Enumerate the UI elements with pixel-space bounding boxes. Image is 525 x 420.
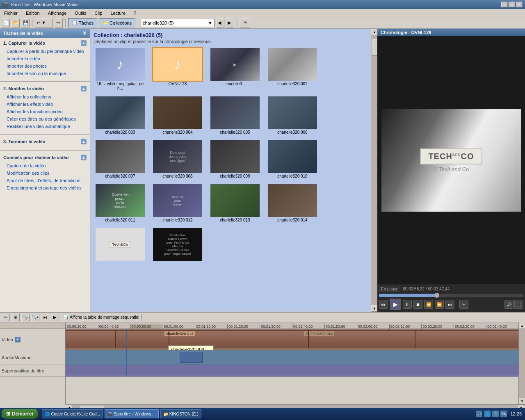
link-titles[interactable]: Créer des titres ou des génériques — [3, 115, 87, 123]
menu-affichage[interactable]: Affichage — [46, 10, 69, 16]
tl-btn-zoom-out[interactable]: 🔍- — [21, 314, 30, 321]
clip-item-17[interactable]: RéalisationDaniel Lorempour Tech & CoMer… — [151, 227, 204, 262]
taskbar-item-2[interactable]: 📁 KINGSTON (E:) — [160, 409, 201, 418]
scroll-down-button[interactable]: ▼ — [371, 305, 378, 312]
clip-item-10[interactable]: charlelie320 009 — [208, 139, 262, 179]
clip-item-5[interactable]: charlelie320 004 — [151, 96, 204, 135]
clip-thumb-14 — [210, 184, 260, 217]
next-frame-button[interactable]: ⏩ — [435, 300, 444, 309]
menu-fichier[interactable]: Fichier — [2, 10, 20, 16]
collection-dropdown[interactable]: charlelie320 (5) ▼ — [141, 19, 215, 27]
taskbar-sep-1 — [40, 410, 40, 418]
progress-thumb[interactable] — [434, 293, 439, 298]
timeline-vscrollbar[interactable]: ▲ ▼ — [518, 322, 525, 404]
menu-clip[interactable]: Clip — [92, 10, 105, 16]
clip-item-2[interactable]: ▶ charlelie3... — [208, 47, 262, 91]
preview-logo-overlay: TECHandCO © Tech and Co — [420, 148, 482, 172]
stop-button[interactable]: ⏹ — [413, 300, 422, 309]
collection-scrollbar[interactable]: ▲ ▼ — [371, 29, 377, 312]
minimize-button[interactable]: ─ — [501, 2, 508, 7]
prev-collection-button[interactable]: ◀ — [216, 18, 224, 27]
clip-item-16[interactable]: Tech&Co — [94, 227, 147, 262]
clip-item-1[interactable]: ♪ OVNI-128 — [151, 47, 204, 91]
tip-titles[interactable]: Ajout de titres, d'effets, de transition… — [3, 177, 87, 184]
clip-thumb-7 — [268, 96, 317, 129]
go-end-button[interactable]: ⏭ — [445, 300, 454, 309]
tl-btn-scissors[interactable]: ✂ — [2, 314, 10, 321]
preview-progress-bar[interactable] — [379, 294, 523, 297]
fullscreen-button[interactable]: ⛶ — [514, 300, 523, 309]
section-4-toggle[interactable]: ▲ — [81, 155, 87, 160]
section-4-header: Conseils pour réaliser la vidéo ▲ — [3, 155, 87, 160]
close-button[interactable]: ✕ — [516, 2, 523, 7]
scroll-thumb[interactable] — [372, 39, 377, 56]
menu-edition[interactable]: Édition — [23, 10, 42, 16]
timeline-view-toggle[interactable]: 📊 Affiche la table de montage séquentiel — [61, 314, 142, 321]
clip-item-3[interactable]: charlelie320 002 — [266, 47, 319, 91]
clip-name-7: charlelie320 006 — [277, 130, 307, 135]
video-add-button[interactable]: + — [15, 337, 21, 342]
clip-item-8[interactable]: charlelie320 007 — [94, 139, 147, 179]
clip-item-9[interactable]: Dois queldes creditsune ligne charlelie3… — [151, 139, 204, 179]
clip-item-7[interactable]: charlelie320 006 — [266, 96, 319, 135]
title-bar-buttons[interactable]: ─ □ ✕ — [501, 2, 523, 7]
taskbar-item-0[interactable]: 🌐 Codec Guide: K-Lite Cod... — [42, 409, 103, 418]
save-button[interactable]: 💾 — [21, 18, 30, 27]
tip-save[interactable]: Enregistrement et partage des vidéos — [3, 184, 87, 192]
tl-btn-play[interactable]: ▶ — [51, 314, 59, 321]
timeline-view-label: Affiche la table de montage séquentiel — [70, 315, 139, 320]
section-3-toggle[interactable]: ▲ — [81, 139, 87, 144]
view-options-button[interactable]: ☰ — [240, 18, 250, 27]
clip-item-12[interactable]: Quelle estpour...de laréussite charlelie… — [94, 183, 147, 223]
section-1-toggle[interactable]: ▲ — [81, 40, 87, 46]
clip-icon-2: ▶ — [233, 62, 237, 67]
clip-item-11[interactable]: charlelie320 010 — [266, 139, 319, 179]
go-start-button[interactable]: ⏮ — [379, 300, 388, 309]
menu-help[interactable]: ? — [131, 10, 139, 16]
tip-capture[interactable]: Capture de la vidéo — [3, 162, 87, 169]
split-button[interactable]: ✂ — [459, 300, 468, 309]
taskbar-item-1[interactable]: 🎬 Sans titre - Windows ... — [105, 409, 159, 418]
clip-item-14[interactable]: charlelie320 013 — [208, 183, 262, 223]
tip-clips[interactable]: Modification des clips — [3, 169, 87, 177]
mute-button[interactable]: 🔊 — [504, 300, 514, 309]
redo-button[interactable]: ↪ — [55, 18, 63, 27]
new-button[interactable]: 📄 — [2, 18, 10, 27]
clip-item-6[interactable]: charlelie320 005 — [208, 96, 262, 135]
pause-button[interactable]: ⏸ — [403, 300, 412, 309]
tl-scroll-down[interactable]: ▼ — [519, 398, 525, 404]
link-transitions[interactable]: Afficher les transitions vidéo — [3, 108, 87, 115]
tl-btn-prev[interactable]: ⏮ — [41, 314, 49, 321]
maximize-button[interactable]: □ — [509, 2, 515, 7]
open-button[interactable]: 📂 — [11, 18, 20, 27]
clip-item-15[interactable]: charlelie320 014 — [266, 183, 319, 223]
tl-btn-zoom-in[interactable]: 🔍+ — [31, 314, 39, 321]
menu-lecture[interactable]: Lecture — [108, 10, 128, 16]
clip-item-4[interactable]: charlelie320 003 — [94, 96, 147, 135]
clip-grid: ♪ 16_-_while_my_guitar_gen... ♪ OVNI-128… — [94, 47, 368, 262]
clip-thumb-2: ▶ — [210, 48, 260, 81]
clip-item-13[interactable]: belle etpourdonner charlelie320 012 — [151, 183, 204, 223]
tl-scroll-up[interactable]: ▲ — [519, 322, 525, 329]
link-import-photos[interactable]: Importer des photos — [3, 62, 87, 70]
next-collection-button[interactable]: ▶ — [226, 18, 234, 27]
sidebar-close-button[interactable]: ✕ — [82, 30, 87, 36]
link-auto-movie[interactable]: Réaliser une vidéo automatique — [3, 123, 87, 130]
clip-item-0[interactable]: ♪ 16_-_while_my_guitar_gen... — [94, 47, 147, 91]
start-button[interactable]: ⊞ Démarrer — [2, 409, 38, 419]
tasks-button[interactable]: 📋 Tâches — [68, 18, 97, 27]
link-import-sound[interactable]: Importer le son ou la musique — [3, 70, 87, 77]
tl-btn-magnet[interactable]: ⊕ — [11, 314, 20, 321]
prev-frame-button[interactable]: ⏪ — [424, 300, 433, 309]
section-2-toggle[interactable]: ▲ — [81, 86, 87, 91]
link-import-video[interactable]: Importer la vidéo — [3, 55, 87, 62]
play-button ctrl-btn-lg[interactable]: ▶ — [390, 299, 401, 310]
undo-button[interactable]: ↩ ▼ — [35, 18, 53, 27]
menu-outils[interactable]: Outils — [72, 10, 89, 16]
clip-name-14: charlelie320 013 — [220, 218, 250, 222]
link-capture-device[interactable]: Capturer à partir du périphérique vidéo — [3, 48, 87, 55]
link-show-collections[interactable]: Afficher les collections — [3, 93, 87, 100]
scroll-up-button[interactable]: ▲ — [371, 29, 378, 35]
collections-button[interactable]: 📁 Collections — [99, 18, 135, 27]
link-video-effects[interactable]: Afficher les effets vidéo — [3, 100, 87, 108]
